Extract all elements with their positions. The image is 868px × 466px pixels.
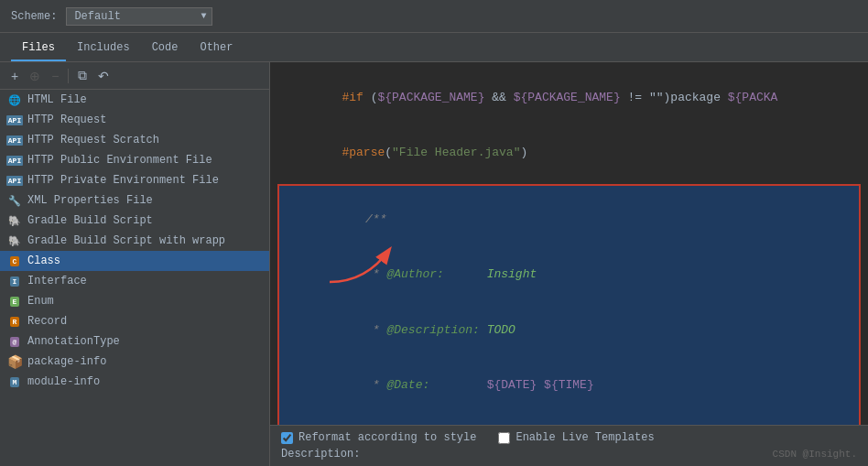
- file-item-label: Record: [27, 315, 67, 328]
- code-doc-start: /**: [287, 191, 852, 247]
- gradle-icon: 🐘: [7, 213, 22, 228]
- enum-icon: E: [7, 294, 22, 309]
- code-highlighted-block: /** * @Author: Insight * @Description: T…: [277, 184, 861, 425]
- code-line-2: #parse("File Header.java"): [270, 125, 868, 181]
- tab-files[interactable]: Files: [11, 36, 66, 61]
- package-icon: 📦: [7, 354, 22, 369]
- bottom-bar: Reformat according to style Enable Live …: [270, 425, 868, 466]
- tab-code[interactable]: Code: [141, 36, 190, 61]
- file-item-label: HTTP Request Scratch: [27, 134, 159, 146]
- live-templates-checkbox[interactable]: [498, 432, 510, 444]
- code-doc-version: * @Version: 1.0: [287, 413, 852, 425]
- file-item-label: HTML File: [27, 93, 87, 106]
- tab-other[interactable]: Other: [189, 36, 244, 61]
- file-item-label: HTTP Public Environment File: [27, 154, 212, 167]
- record-icon: R: [7, 314, 22, 329]
- file-item-label: Class: [27, 255, 60, 267]
- file-item-label: package-info: [27, 355, 106, 368]
- toolbar: + ⊕ − ⧉ ↶: [0, 62, 269, 90]
- reformat-checkbox-label[interactable]: Reformat according to style: [281, 431, 476, 444]
- remove-button[interactable]: −: [48, 67, 62, 85]
- chevron-down-icon: ▼: [201, 11, 206, 21]
- api-scratch-icon: API: [7, 133, 22, 147]
- class-icon: C: [7, 254, 22, 268]
- list-item-package-info[interactable]: 📦 package-info: [0, 352, 269, 372]
- toolbar-divider: [68, 69, 69, 83]
- file-item-label: Interface: [27, 275, 87, 287]
- list-item[interactable]: API HTTP Request: [0, 110, 269, 130]
- duplicate-button[interactable]: ⧉: [74, 66, 91, 85]
- file-item-label: HTTP Private Environment File: [27, 174, 219, 187]
- gradle-wrap-icon: 🐘: [7, 233, 22, 248]
- file-item-label: module-info: [27, 375, 100, 388]
- add-button[interactable]: +: [7, 67, 22, 85]
- copy-button[interactable]: ⊕: [26, 67, 44, 85]
- scheme-bar: Scheme: Default ▼: [0, 0, 868, 33]
- tabs-row: Files Includes Code Other: [0, 33, 868, 62]
- scheme-label: Scheme:: [11, 10, 57, 23]
- list-item[interactable]: API HTTP Public Environment File: [0, 150, 269, 170]
- api-pub-icon: API: [7, 153, 22, 168]
- list-item-enum[interactable]: E Enum: [0, 291, 269, 311]
- reformat-checkbox[interactable]: [281, 432, 293, 444]
- list-item[interactable]: 🐘 Gradle Build Script: [0, 211, 269, 231]
- list-item[interactable]: 🐘 Gradle Build Script with wrapp: [0, 231, 269, 251]
- code-doc-author: * @Author: Insight: [287, 247, 852, 303]
- annotation-icon: @: [7, 334, 22, 349]
- code-doc-date: * @Date: ${DATE} ${TIME}: [287, 358, 852, 414]
- scheme-value: Default: [74, 10, 120, 23]
- right-panel: #if (${PACKAGE_NAME} && ${PACKAGE_NAME} …: [270, 62, 868, 466]
- list-item[interactable]: API HTTP Private Environment File: [0, 170, 269, 190]
- module-icon: M: [7, 374, 22, 389]
- left-panel: + ⊕ − ⧉ ↶ 🌐 HTML File API HTTP Request A…: [0, 62, 270, 466]
- main-layout: + ⊕ − ⧉ ↶ 🌐 HTML File API HTTP Request A…: [0, 62, 868, 466]
- description-label: Description:: [281, 448, 360, 461]
- list-item-class[interactable]: C Class: [0, 251, 269, 271]
- api-priv-icon: API: [7, 173, 22, 188]
- file-item-label: Gradle Build Script: [27, 214, 153, 227]
- api-icon: API: [7, 113, 22, 127]
- file-item-label: Enum: [27, 295, 54, 308]
- code-area[interactable]: #if (${PACKAGE_NAME} && ${PACKAGE_NAME} …: [270, 62, 868, 425]
- live-templates-checkbox-label[interactable]: Enable Live Templates: [498, 431, 654, 444]
- list-item-module-info[interactable]: M module-info: [0, 372, 269, 392]
- description-row: Description: CSDN @Insight.: [281, 448, 857, 461]
- list-item-interface[interactable]: I Interface: [0, 271, 269, 291]
- file-list: 🌐 HTML File API HTTP Request API HTTP Re…: [0, 90, 269, 466]
- file-item-label: AnnotationType: [27, 335, 120, 348]
- list-item[interactable]: 🌐 HTML File: [0, 90, 269, 110]
- reset-button[interactable]: ↶: [94, 67, 113, 85]
- file-item-label: XML Properties File: [27, 194, 153, 207]
- html-file-icon: 🌐: [7, 92, 22, 107]
- code-doc-desc: * @Description: TODO: [287, 302, 852, 358]
- list-item[interactable]: 🔧 XML Properties File: [0, 190, 269, 211]
- list-item-annotation[interactable]: @ AnnotationType: [0, 331, 269, 352]
- reformat-label: Reformat according to style: [298, 431, 476, 444]
- scheme-dropdown[interactable]: Default ▼: [66, 7, 212, 26]
- file-item-label: HTTP Request: [27, 114, 106, 126]
- code-line-1: #if (${PACKAGE_NAME} && ${PACKAGE_NAME} …: [270, 70, 868, 125]
- list-item-record[interactable]: R Record: [0, 311, 269, 331]
- live-templates-label: Enable Live Templates: [515, 431, 654, 444]
- file-item-label: Gradle Build Script with wrapp: [27, 234, 225, 247]
- interface-icon: I: [7, 274, 22, 288]
- list-item[interactable]: API HTTP Request Scratch: [0, 130, 269, 150]
- xml-icon: 🔧: [7, 193, 22, 208]
- csdn-badge: CSDN @Insight.: [773, 449, 857, 460]
- bottom-options: Reformat according to style Enable Live …: [281, 431, 857, 444]
- tab-includes[interactable]: Includes: [66, 36, 141, 61]
